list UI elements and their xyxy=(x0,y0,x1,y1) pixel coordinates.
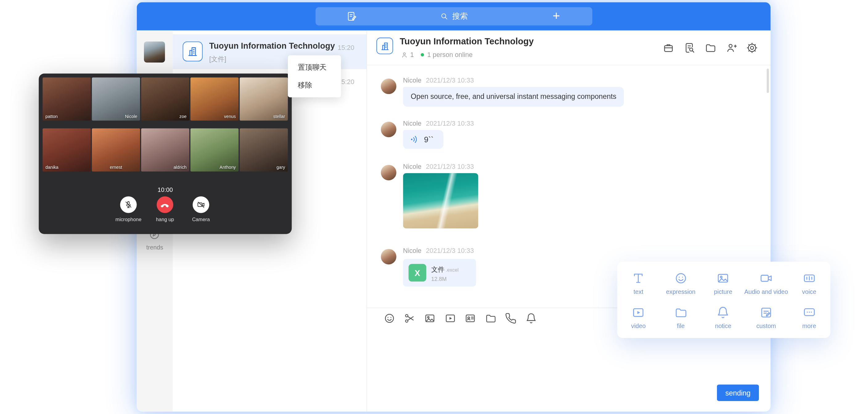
note-edit-icon xyxy=(346,11,356,22)
hang-up-button[interactable]: hang up xyxy=(146,196,184,222)
file-info: 文件.excel 12.8M xyxy=(431,264,459,282)
microphone-button[interactable]: microphone xyxy=(109,196,148,222)
feature-more[interactable]: more xyxy=(788,300,830,335)
search-label: 搜索 xyxy=(452,11,468,21)
text-icon xyxy=(632,272,645,285)
participant-tile[interactable]: Anthony xyxy=(190,128,239,171)
conversation-subtitle: [文件] xyxy=(209,55,226,64)
message-meta: Nicole2021/12/3 10:33 xyxy=(403,120,474,127)
feature-label: picture xyxy=(714,288,732,295)
feature-expression[interactable]: expression xyxy=(660,266,702,300)
feature-file[interactable]: file xyxy=(660,300,702,335)
feature-audio-video[interactable]: Audio and video xyxy=(744,266,788,300)
voice-icon xyxy=(803,272,816,285)
card-icon[interactable] xyxy=(465,313,476,324)
menu-item-remove[interactable]: 移除 xyxy=(288,76,341,94)
participant-name: gary xyxy=(277,165,285,170)
picture-icon[interactable] xyxy=(424,313,436,324)
conversation-time: 15:20 xyxy=(325,44,354,52)
message-time: 2021/12/3 10:33 xyxy=(426,76,474,84)
trends-label[interactable]: trends xyxy=(137,244,173,251)
call-icon[interactable] xyxy=(505,313,517,324)
emoji-icon[interactable] xyxy=(384,313,396,324)
participant-tile[interactable]: patton xyxy=(42,77,91,121)
sender-name: Nicole xyxy=(403,163,421,170)
file-message-card[interactable]: X 文件.excel 12.8M xyxy=(403,259,476,286)
building-icon xyxy=(186,45,199,58)
feature-voice[interactable]: voice xyxy=(788,266,830,300)
folder-icon[interactable] xyxy=(485,313,497,324)
participant-tile[interactable]: Nicole xyxy=(92,77,140,121)
sender-avatar[interactable] xyxy=(381,249,396,264)
member-icon xyxy=(401,51,408,58)
voice-message-bubble[interactable]: 9`` xyxy=(403,130,443,149)
camera-label: Camera xyxy=(192,217,210,222)
picture-icon xyxy=(716,272,730,285)
settings-gear-icon[interactable] xyxy=(746,42,758,54)
image-message-beach[interactable] xyxy=(403,173,478,229)
message-meta: Nicole2021/12/3 10:33 xyxy=(403,247,474,254)
search-input[interactable]: 搜索 xyxy=(388,11,520,21)
sender-avatar[interactable] xyxy=(381,78,396,94)
group-notice-icon[interactable] xyxy=(663,42,675,54)
menu-item-pin-chat[interactable]: 置顶聊天 xyxy=(288,59,341,76)
participant-tile[interactable]: aldrich xyxy=(141,128,189,171)
participant-tile[interactable]: ernest xyxy=(92,128,140,171)
mic-label: microphone xyxy=(115,217,141,222)
notice-icon[interactable] xyxy=(525,313,537,324)
participant-tile[interactable]: danika xyxy=(42,128,91,171)
participant-name: Anthony xyxy=(219,165,236,170)
group-files-icon[interactable] xyxy=(705,42,716,54)
participant-name: zoe xyxy=(179,114,186,119)
hang-up-icon xyxy=(160,200,170,210)
conversation-context-menu: 置顶聊天 移除 xyxy=(288,56,341,97)
sender-name: Nicole xyxy=(403,120,421,127)
send-button[interactable]: sending xyxy=(717,384,759,401)
member-count: 1 xyxy=(410,51,414,59)
text-message-bubble[interactable]: Open source, free, and universal instant… xyxy=(403,87,624,107)
video-call-window: patton Nicole zoe venus stellar danika e… xyxy=(39,74,292,234)
video-play-icon xyxy=(632,306,645,319)
screenshot-icon[interactable] xyxy=(403,313,415,324)
message-time: 2021/12/3 10:33 xyxy=(426,120,474,127)
new-chat-button[interactable] xyxy=(316,11,388,22)
camera-button[interactable]: Camera xyxy=(182,196,220,222)
participant-tile[interactable]: gary xyxy=(240,128,288,171)
feature-custom[interactable]: custom xyxy=(744,300,788,335)
feature-text[interactable]: text xyxy=(617,266,659,300)
feature-label: custom xyxy=(756,322,776,329)
sender-name: Nicole xyxy=(403,247,421,254)
online-dot xyxy=(421,53,424,56)
file-folder-icon xyxy=(674,306,687,319)
more-icon xyxy=(803,306,816,319)
sound-wave-icon xyxy=(410,134,420,144)
message-time: 2021/12/3 10:33 xyxy=(426,247,474,254)
message-time: 2021/12/3 10:33 xyxy=(426,163,474,170)
participant-name: stellar xyxy=(273,114,285,119)
sender-avatar[interactable] xyxy=(381,122,396,137)
add-button[interactable]: + xyxy=(520,9,592,24)
feature-label: voice xyxy=(802,288,816,295)
file-size: 12.8M xyxy=(431,276,459,282)
feature-notice[interactable]: notice xyxy=(702,300,744,335)
participant-tile[interactable]: zoe xyxy=(141,77,189,121)
participant-tile[interactable]: stellar xyxy=(240,77,288,121)
video-icon[interactable] xyxy=(444,313,456,324)
feature-video[interactable]: video xyxy=(617,300,659,335)
participant-tile[interactable]: venus xyxy=(190,77,239,121)
user-avatar[interactable] xyxy=(144,41,165,63)
bell-icon xyxy=(716,306,730,319)
header-divider xyxy=(367,65,771,65)
file-name: 文件 xyxy=(431,265,444,273)
add-member-icon[interactable] xyxy=(725,42,737,54)
feature-label: text xyxy=(633,288,643,295)
voice-duration: 9`` xyxy=(424,135,434,144)
custom-icon xyxy=(760,306,773,319)
search-icon xyxy=(440,12,448,21)
feature-label: Audio and video xyxy=(744,288,788,295)
search-history-icon[interactable] xyxy=(684,42,695,54)
sender-avatar[interactable] xyxy=(381,165,396,180)
scrollbar[interactable] xyxy=(767,69,769,93)
feature-picture[interactable]: picture xyxy=(702,266,744,300)
panel-divider xyxy=(367,31,367,412)
